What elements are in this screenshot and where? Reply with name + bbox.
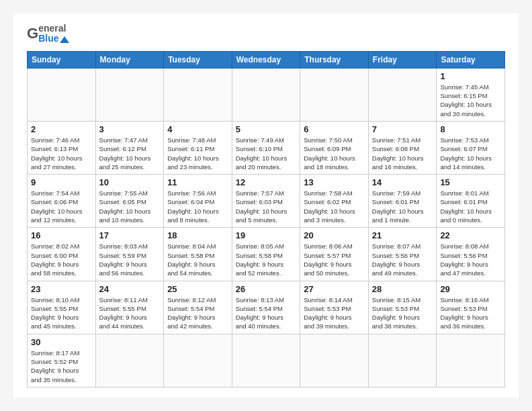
calendar-day-header: Thursday xyxy=(300,51,369,68)
day-info: Sunrise: 8:02 AM Sunset: 6:00 PM Dayligh… xyxy=(31,242,92,277)
day-number: 4 xyxy=(167,124,228,134)
day-info: Sunrise: 8:04 AM Sunset: 5:58 PM Dayligh… xyxy=(167,242,228,277)
day-info: Sunrise: 8:13 AM Sunset: 5:54 PM Dayligh… xyxy=(236,295,297,331)
day-number: 5 xyxy=(236,124,297,134)
calendar-cell xyxy=(300,68,369,121)
day-info: Sunrise: 8:03 AM Sunset: 5:59 PM Dayligh… xyxy=(99,242,161,277)
calendar-day-header: Monday xyxy=(95,51,164,68)
day-info: Sunrise: 8:07 AM Sunset: 5:56 PM Dayligh… xyxy=(372,242,433,277)
day-number: 2 xyxy=(31,124,92,134)
calendar-header-row: SundayMondayTuesdayWednesdayThursdayFrid… xyxy=(28,51,505,68)
calendar-week-row: 2Sunrise: 7:46 AM Sunset: 6:13 PM Daylig… xyxy=(28,121,505,174)
calendar-cell: 3Sunrise: 7:47 AM Sunset: 6:12 PM Daylig… xyxy=(95,121,164,174)
logo: G eneral Blue xyxy=(27,24,69,44)
calendar-cell: 12Sunrise: 7:57 AM Sunset: 6:03 PM Dayli… xyxy=(232,175,300,228)
day-info: Sunrise: 8:11 AM Sunset: 5:55 PM Dayligh… xyxy=(99,295,161,331)
calendar-cell: 1Sunrise: 7:45 AM Sunset: 6:15 PM Daylig… xyxy=(437,68,505,121)
calendar-cell: 4Sunrise: 7:48 AM Sunset: 6:11 PM Daylig… xyxy=(164,121,232,174)
calendar-cell: 19Sunrise: 8:05 AM Sunset: 5:58 PM Dayli… xyxy=(232,228,300,281)
calendar-cell xyxy=(437,334,505,387)
day-info: Sunrise: 8:08 AM Sunset: 5:56 PM Dayligh… xyxy=(440,242,501,277)
day-number: 20 xyxy=(304,230,365,240)
day-info: Sunrise: 8:17 AM Sunset: 5:52 PM Dayligh… xyxy=(31,349,92,384)
day-number: 22 xyxy=(440,230,501,240)
day-info: Sunrise: 7:57 AM Sunset: 6:03 PM Dayligh… xyxy=(236,189,297,224)
day-number: 13 xyxy=(304,177,365,187)
calendar-cell: 9Sunrise: 7:54 AM Sunset: 6:06 PM Daylig… xyxy=(28,175,96,228)
day-number: 23 xyxy=(31,284,92,294)
calendar-day-header: Tuesday xyxy=(164,51,232,68)
day-info: Sunrise: 8:01 AM Sunset: 6:01 PM Dayligh… xyxy=(440,189,501,224)
calendar-cell xyxy=(28,68,96,121)
day-info: Sunrise: 7:49 AM Sunset: 6:10 PM Dayligh… xyxy=(236,136,297,171)
calendar-cell xyxy=(368,334,437,387)
calendar-table: SundayMondayTuesdayWednesdayThursdayFrid… xyxy=(27,51,505,387)
day-info: Sunrise: 8:12 AM Sunset: 5:54 PM Dayligh… xyxy=(167,295,228,331)
calendar-cell xyxy=(232,68,300,121)
day-number: 24 xyxy=(99,284,161,294)
day-number: 7 xyxy=(372,124,433,134)
day-info: Sunrise: 7:47 AM Sunset: 6:12 PM Dayligh… xyxy=(99,136,161,171)
day-info: Sunrise: 7:54 AM Sunset: 6:06 PM Dayligh… xyxy=(31,189,92,224)
day-number: 15 xyxy=(440,177,501,187)
calendar-cell: 13Sunrise: 7:58 AM Sunset: 6:02 PM Dayli… xyxy=(300,175,369,228)
calendar-cell: 11Sunrise: 7:56 AM Sunset: 6:04 PM Dayli… xyxy=(164,175,232,228)
day-number: 17 xyxy=(99,230,161,240)
day-number: 30 xyxy=(31,337,92,347)
calendar-cell: 23Sunrise: 8:10 AM Sunset: 5:55 PM Dayli… xyxy=(28,281,96,334)
calendar-week-row: 30Sunrise: 8:17 AM Sunset: 5:52 PM Dayli… xyxy=(28,334,505,387)
calendar-cell: 29Sunrise: 8:16 AM Sunset: 5:53 PM Dayli… xyxy=(437,281,505,334)
calendar-cell: 25Sunrise: 8:12 AM Sunset: 5:54 PM Dayli… xyxy=(164,281,232,334)
day-number: 27 xyxy=(304,284,365,294)
day-number: 12 xyxy=(236,177,297,187)
calendar-cell xyxy=(95,68,164,121)
day-number: 26 xyxy=(236,284,297,294)
day-number: 19 xyxy=(236,230,297,240)
day-number: 6 xyxy=(304,124,365,134)
day-number: 18 xyxy=(167,230,228,240)
calendar-cell: 27Sunrise: 8:14 AM Sunset: 5:53 PM Dayli… xyxy=(300,281,369,334)
day-number: 16 xyxy=(31,230,92,240)
calendar-cell xyxy=(164,68,232,121)
calendar-cell: 2Sunrise: 7:46 AM Sunset: 6:13 PM Daylig… xyxy=(28,121,96,174)
calendar-cell: 14Sunrise: 7:59 AM Sunset: 6:01 PM Dayli… xyxy=(368,175,437,228)
calendar-week-row: 1Sunrise: 7:45 AM Sunset: 6:15 PM Daylig… xyxy=(28,68,505,121)
calendar-cell xyxy=(232,334,300,387)
day-info: Sunrise: 7:59 AM Sunset: 6:01 PM Dayligh… xyxy=(372,189,433,224)
day-number: 28 xyxy=(372,284,433,294)
calendar-cell: 10Sunrise: 7:55 AM Sunset: 6:05 PM Dayli… xyxy=(95,175,164,228)
day-number: 9 xyxy=(31,177,92,187)
day-number: 11 xyxy=(167,177,228,187)
day-info: Sunrise: 8:15 AM Sunset: 5:53 PM Dayligh… xyxy=(372,295,433,331)
calendar-day-header: Wednesday xyxy=(232,51,300,68)
calendar-body: 1Sunrise: 7:45 AM Sunset: 6:15 PM Daylig… xyxy=(28,68,505,387)
day-number: 14 xyxy=(372,177,433,187)
day-info: Sunrise: 7:55 AM Sunset: 6:05 PM Dayligh… xyxy=(99,189,161,224)
calendar-cell: 30Sunrise: 8:17 AM Sunset: 5:52 PM Dayli… xyxy=(28,334,96,387)
calendar-cell: 17Sunrise: 8:03 AM Sunset: 5:59 PM Dayli… xyxy=(95,228,164,281)
calendar-cell: 22Sunrise: 8:08 AM Sunset: 5:56 PM Dayli… xyxy=(437,228,505,281)
day-number: 3 xyxy=(99,124,161,134)
day-info: Sunrise: 8:05 AM Sunset: 5:58 PM Dayligh… xyxy=(236,242,297,277)
day-info: Sunrise: 8:10 AM Sunset: 5:55 PM Dayligh… xyxy=(31,295,92,331)
calendar-day-header: Saturday xyxy=(437,51,505,68)
day-info: Sunrise: 7:56 AM Sunset: 6:04 PM Dayligh… xyxy=(167,189,228,224)
calendar-cell: 28Sunrise: 8:15 AM Sunset: 5:53 PM Dayli… xyxy=(368,281,437,334)
day-info: Sunrise: 7:50 AM Sunset: 6:09 PM Dayligh… xyxy=(304,136,365,171)
calendar-cell: 6Sunrise: 7:50 AM Sunset: 6:09 PM Daylig… xyxy=(300,121,369,174)
calendar-cell: 24Sunrise: 8:11 AM Sunset: 5:55 PM Dayli… xyxy=(95,281,164,334)
calendar-cell xyxy=(300,334,369,387)
day-info: Sunrise: 7:58 AM Sunset: 6:02 PM Dayligh… xyxy=(304,189,365,224)
day-info: Sunrise: 7:46 AM Sunset: 6:13 PM Dayligh… xyxy=(31,136,92,171)
day-info: Sunrise: 8:06 AM Sunset: 5:57 PM Dayligh… xyxy=(304,242,365,277)
day-info: Sunrise: 7:51 AM Sunset: 6:08 PM Dayligh… xyxy=(372,136,433,171)
day-info: Sunrise: 7:53 AM Sunset: 6:07 PM Dayligh… xyxy=(440,136,501,171)
calendar-cell: 8Sunrise: 7:53 AM Sunset: 6:07 PM Daylig… xyxy=(437,121,505,174)
calendar-cell: 7Sunrise: 7:51 AM Sunset: 6:08 PM Daylig… xyxy=(368,121,437,174)
calendar-cell: 26Sunrise: 8:13 AM Sunset: 5:54 PM Dayli… xyxy=(232,281,300,334)
calendar-cell: 15Sunrise: 8:01 AM Sunset: 6:01 PM Dayli… xyxy=(437,175,505,228)
calendar-cell: 18Sunrise: 8:04 AM Sunset: 5:58 PM Dayli… xyxy=(164,228,232,281)
day-info: Sunrise: 7:45 AM Sunset: 6:15 PM Dayligh… xyxy=(440,83,501,118)
day-number: 25 xyxy=(167,284,228,294)
calendar-header: SundayMondayTuesdayWednesdayThursdayFrid… xyxy=(28,51,505,68)
